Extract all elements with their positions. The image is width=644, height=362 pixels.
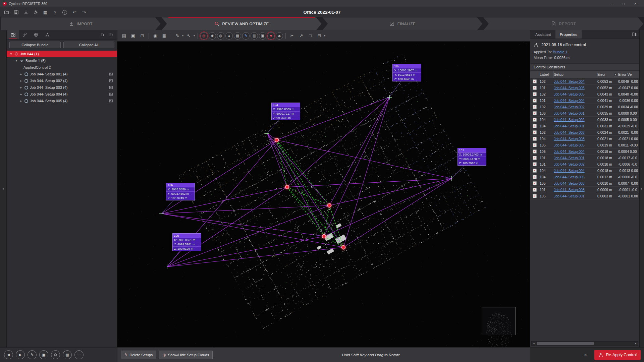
- expand-tree-icon[interactable]: [98, 31, 106, 39]
- column-setup[interactable]: Setup: [554, 71, 597, 78]
- constraint-setup-link[interactable]: Job 044- Setup 004: [554, 149, 585, 154]
- undo-icon[interactable]: ↶: [70, 8, 79, 16]
- tab-import[interactable]: IMPORT: [1, 17, 161, 30]
- constraint-checkbox[interactable]: ✓: [533, 181, 537, 185]
- sites-tab-icon[interactable]: [7, 30, 19, 39]
- layout-icon[interactable]: ⊟: [315, 32, 323, 40]
- point-cloud-view[interactable]: 102X: 10003.2907 mY: 5012.6614 mZ: 100.4…: [117, 42, 530, 347]
- column-label[interactable]: Label: [539, 71, 554, 78]
- duplicate-icon[interactable]: ▣: [39, 350, 48, 359]
- collapse-all-button[interactable]: Collapse All: [63, 42, 115, 48]
- constraint-row[interactable]: ✓ 101 Job 044- Setup 002 0.0018 m -0.000…: [530, 161, 639, 168]
- constraint-setup-link[interactable]: Job 044- Setup 005: [554, 92, 585, 96]
- constraint-setup-link[interactable]: Job 044- Setup 004: [554, 99, 585, 103]
- constraint-setup-link[interactable]: Job 044- Setup 002: [554, 105, 585, 109]
- constraint-checkbox[interactable]: ✓: [533, 99, 537, 103]
- constraint-row[interactable]: ✓ 105 Job 044- Setup 004 0.0019 m 0.0004…: [530, 148, 639, 155]
- expand-caret-icon[interactable]: ▸: [19, 86, 23, 89]
- control-point-marker[interactable]: [265, 131, 269, 136]
- constraint-setup-link[interactable]: Job 044- Setup 003: [554, 181, 585, 185]
- collapse-tree-icon[interactable]: [107, 31, 115, 39]
- control-label[interactable]: 106X: 9985.5859 mY: 5003.4562 mZ: 100.92…: [166, 183, 195, 200]
- tree-item-setup[interactable]: ▸ Job 044- Setup 001 (4): [7, 71, 117, 77]
- help-icon[interactable]: ?: [51, 8, 59, 16]
- constraint-checkbox[interactable]: ✓: [533, 175, 537, 179]
- constraint-setup-link[interactable]: Job 044- Setup 003: [554, 188, 585, 192]
- collapse-caret-icon[interactable]: ▾: [9, 52, 13, 56]
- paste-special-icon[interactable]: ▤: [120, 32, 128, 40]
- camera-tool-icon[interactable]: ▣: [259, 32, 266, 40]
- split-link-icon[interactable]: ✂: [288, 32, 296, 40]
- constraint-checkbox[interactable]: ✓: [533, 149, 537, 154]
- control-point-marker[interactable]: [387, 95, 392, 100]
- constraint-setup-link[interactable]: Job 044- Setup 001: [554, 194, 585, 198]
- constraint-checkbox[interactable]: ✓: [533, 143, 537, 147]
- constraint-checkbox[interactable]: ✓: [533, 188, 537, 192]
- constraint-checkbox[interactable]: ✓: [533, 130, 537, 134]
- setup-point-marker[interactable]: [274, 138, 279, 142]
- search-icon[interactable]: [51, 350, 60, 359]
- constraint-setup-link[interactable]: Job 044- Setup 005: [554, 86, 585, 90]
- constraint-checkbox[interactable]: ✓: [533, 111, 537, 115]
- setup-point-marker[interactable]: [341, 245, 346, 249]
- image-thumbnail-icon[interactable]: [109, 79, 113, 83]
- collapse-bundle-button[interactable]: Collapse Bundle: [9, 42, 61, 48]
- tab-review-and-optimize[interactable]: REVIEW AND OPTIMIZE: [162, 17, 322, 30]
- constraint-setup-link[interactable]: Job 044- Setup 001: [554, 124, 585, 128]
- storage-icon[interactable]: ▦: [41, 8, 50, 16]
- scrollbar-thumb[interactable]: [537, 342, 594, 345]
- constraint-setup-link[interactable]: Job 044- Setup 003: [554, 137, 585, 141]
- previous-icon[interactable]: ◀: [4, 350, 13, 359]
- constraint-row[interactable]: ✓ 102 Job 044- Setup 003 0.0024 m 0.0021…: [530, 129, 639, 136]
- setup-point-marker[interactable]: [285, 185, 289, 189]
- web-tab-icon[interactable]: [30, 30, 42, 39]
- setup-marker-tool-icon[interactable]: ◎: [200, 32, 208, 40]
- geotag-tool-icon[interactable]: ▼: [267, 32, 275, 40]
- tab-assistant[interactable]: Assistant: [531, 30, 555, 39]
- sitemap-thumbnail[interactable]: SiteMap: [482, 307, 516, 335]
- constraint-checkbox[interactable]: ✓: [533, 124, 537, 128]
- import-data-icon[interactable]: [21, 8, 30, 16]
- image-thumbnail-icon[interactable]: [109, 72, 113, 76]
- expand-caret-icon[interactable]: ▸: [19, 79, 23, 82]
- image-tool-icon[interactable]: ▥: [251, 32, 258, 40]
- tree-item-setup[interactable]: ▸ Job 044- Setup 003 (4): [7, 84, 117, 91]
- constraint-checkbox[interactable]: ✓: [533, 162, 537, 166]
- cloud-tool-icon[interactable]: ◍: [217, 32, 224, 40]
- constraint-row[interactable]: ✓ 104 Job 044- Setup 005 0.0012 m -0.000…: [530, 174, 639, 180]
- constraint-row[interactable]: ✓ 105 Job 044- Setup 003 0.0010 m 0.0007…: [530, 180, 639, 187]
- tab-report[interactable]: REPORT: [483, 17, 643, 30]
- constraint-row[interactable]: ✓ 106 Job 044- Setup 001 0.0035 m 0.0000…: [530, 110, 639, 117]
- settings-gear-icon[interactable]: [31, 8, 40, 16]
- setup-point-marker[interactable]: [322, 234, 326, 238]
- constraint-checkbox[interactable]: ✓: [533, 92, 537, 96]
- constraint-setup-link[interactable]: Job 044- Setup 003: [554, 130, 585, 134]
- constraint-setup-link[interactable]: Job 044- Setup 004: [554, 79, 585, 83]
- constraint-setup-link[interactable]: Job 044- Setup 005: [554, 175, 585, 179]
- constraint-setup-link[interactable]: Job 044- Setup 002: [554, 162, 585, 166]
- constraint-row[interactable]: ✓ 102 Job 044- Setup 002 0.0039 m 0.0034…: [530, 104, 639, 110]
- save-project-icon[interactable]: [12, 8, 20, 16]
- pano-grid-icon[interactable]: ▦: [160, 32, 168, 40]
- delete-setups-button[interactable]: ✎ Delete Setups: [121, 351, 156, 359]
- tab-finalize[interactable]: FINALIZE: [323, 17, 483, 30]
- links-tab-icon[interactable]: [19, 30, 30, 39]
- constraint-checkbox[interactable]: ✓: [533, 79, 537, 83]
- keypad-icon[interactable]: ▦: [63, 350, 72, 359]
- maximize-icon[interactable]: □: [617, 0, 629, 7]
- scroll-left-icon[interactable]: ◂: [532, 342, 536, 345]
- control-label[interactable]: 102X: 10003.2907 mY: 5012.6614 mZ: 100.4…: [392, 64, 421, 81]
- constraint-row[interactable]: ✓ 104 Job 044- Setup 003 0.0021 m -0.002…: [530, 136, 639, 142]
- person-tool-icon[interactable]: ☻: [276, 32, 283, 40]
- horizontal-scrollbar[interactable]: ◂ ▸: [531, 341, 638, 346]
- control-label[interactable]: 104X: 9993.8369 mY: 5009.7217 mZ: 99.763…: [271, 103, 300, 120]
- open-project-icon[interactable]: [2, 8, 11, 16]
- constraint-row[interactable]: ✓ 104 Job 044- Setup 002 0.0033 m 0.0005…: [530, 117, 639, 123]
- constraint-row[interactable]: ✓ 101 Job 044- Setup 003 0.0009 m -0.000…: [530, 187, 639, 193]
- image-thumbnail-icon[interactable]: [109, 92, 113, 96]
- image-thumbnail-icon[interactable]: [109, 99, 113, 103]
- tree-item-setup[interactable]: ▸ Job 044- Setup 004 (4): [7, 91, 117, 98]
- setup-point-marker[interactable]: [327, 203, 332, 207]
- close-bar-icon[interactable]: ×: [582, 352, 589, 358]
- redo-icon[interactable]: ↷: [80, 8, 89, 16]
